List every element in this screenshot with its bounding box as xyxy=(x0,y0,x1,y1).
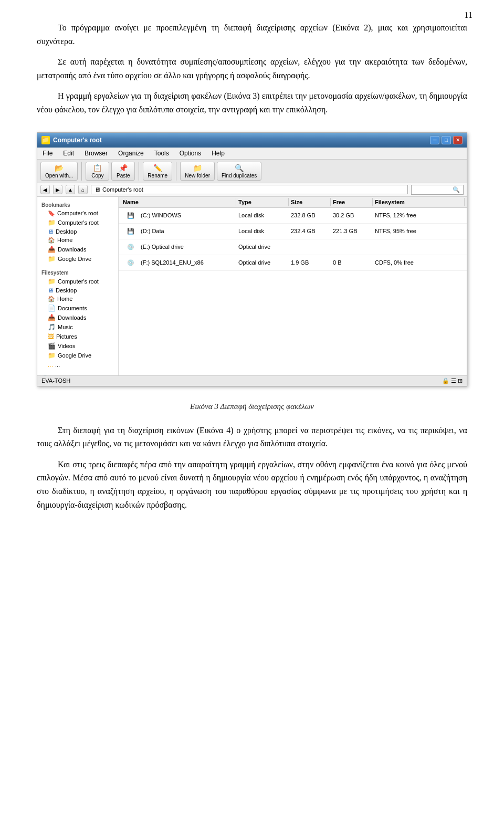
sidebar-item-desktop[interactable]: 🖥 Desktop xyxy=(37,227,118,236)
copy-button[interactable]: 📋 Copy xyxy=(86,162,109,181)
up-button[interactable]: ▲ xyxy=(66,185,75,194)
table-row[interactable]: 💿 (E:) Optical drive Optical drive xyxy=(119,239,467,255)
sidebar-item-downloads-bookmarks[interactable]: 📥 Downloads xyxy=(37,245,118,254)
sidebar-item-fs-home[interactable]: 🏠 Home xyxy=(37,295,118,303)
menubar: File Edit Browser Organize Tools Options… xyxy=(37,148,467,160)
fs-computer-root-icon: 📁 xyxy=(48,278,56,285)
menu-file[interactable]: File xyxy=(40,149,55,158)
statusbar-user: EVA-TOSH xyxy=(41,377,70,384)
sidebar-item-fs-downloads[interactable]: 📥 Downloads xyxy=(37,313,118,322)
figure-caption: Εικόνα 3 Διεπαφή διαχείρισης φακέλων xyxy=(37,402,467,411)
folder-icon: 📁 xyxy=(48,219,56,226)
toolbar-separator-1 xyxy=(81,162,82,181)
fs-downloads-icon: 📥 xyxy=(48,314,56,321)
file-manager-window: 📁 Computer's root ─ □ ✕ File Edit Browse… xyxy=(37,132,467,386)
google-drive-icon: 📁 xyxy=(48,255,56,263)
app-icon: 📁 xyxy=(41,136,50,144)
sidebar-fs-documents-label: Documents xyxy=(58,305,87,311)
sidebar-computer-root-label: Computer's root xyxy=(58,219,99,226)
close-button[interactable]: ✕ xyxy=(453,136,463,144)
menu-edit[interactable]: Edit xyxy=(61,149,76,158)
sidebar-downloads-label: Downloads xyxy=(58,246,86,253)
window-title: Computer's root xyxy=(53,137,102,144)
downloads-folder-icon: 📥 xyxy=(48,246,56,253)
sidebar-item-fs-google-drive[interactable]: 📁 Google Drive xyxy=(37,351,118,360)
col-type[interactable]: Type xyxy=(236,198,289,206)
address-box[interactable]: 🖥 Computer's root xyxy=(91,185,408,194)
rename-button[interactable]: ✏️ Rename xyxy=(143,162,172,181)
sidebar-item-fs-computer-root[interactable]: 📁 Computer's root xyxy=(37,277,118,286)
paragraph-2: Σε αυτή παρέχεται η δυνατότητα συμπίεσης… xyxy=(37,55,467,82)
home-button[interactable]: ⌂ xyxy=(78,185,88,194)
find-duplicates-button[interactable]: 🔍 Find duplicates xyxy=(217,162,261,181)
copy-label: Copy xyxy=(91,173,103,179)
open-with-button[interactable]: 📂 Open with... xyxy=(40,162,78,181)
col-free[interactable]: Free xyxy=(331,198,373,206)
menu-options[interactable]: Options xyxy=(177,149,203,158)
sidebar-item-home[interactable]: 🏠 Home xyxy=(37,236,118,245)
row-filesystem xyxy=(373,246,465,248)
sidebar-item-computer-root[interactable]: 📁 Computer's root xyxy=(37,218,118,227)
sidebar-fs-downloads-label: Downloads xyxy=(58,314,86,321)
bookmark-icon: 🔖 xyxy=(48,210,55,217)
menu-browser[interactable]: Browser xyxy=(82,149,110,158)
new-folder-label: New folder xyxy=(185,173,210,179)
toolbar-separator-3 xyxy=(176,162,176,181)
paragraph-4: Στη διεπαφή για τη διαχείριση εικόνων (Ε… xyxy=(37,424,467,450)
sidebar-item-fs-desktop[interactable]: 🖥 Desktop xyxy=(37,286,118,295)
history-icon: 🕒 xyxy=(41,375,49,375)
col-filesystem[interactable]: Filesystem xyxy=(373,198,465,206)
paste-button[interactable]: 📌 Paste xyxy=(111,162,135,181)
row-type: Optical drive xyxy=(236,258,289,267)
page-number: 11 xyxy=(465,11,472,20)
col-size[interactable]: Size xyxy=(289,198,331,206)
window-controls: ─ □ ✕ xyxy=(430,136,463,144)
new-folder-icon: 📁 xyxy=(193,164,202,172)
back-button[interactable]: ◀ xyxy=(40,185,50,194)
sidebar-item-fs-documents[interactable]: 📄 Documents xyxy=(37,303,118,313)
maximize-button[interactable]: □ xyxy=(442,136,451,144)
table-row[interactable]: 💾 (D:) Data Local disk 232.4 GB 221.3 GB… xyxy=(119,224,467,239)
breadcrumb-icon: 🖥 xyxy=(94,186,100,193)
fs-documents-icon: 📄 xyxy=(48,305,56,312)
sidebar-item-fs-videos[interactable]: 🎬 Videos xyxy=(37,341,118,351)
col-name[interactable]: Name xyxy=(121,198,236,206)
row-size: 232.8 GB xyxy=(289,211,331,219)
search-box[interactable]: 🔍 xyxy=(411,185,464,195)
sidebar-item-fs-music[interactable]: 🎵 Music xyxy=(37,322,118,332)
statusbar: EVA-TOSH 🔒 ☰ ⊞ xyxy=(37,375,467,386)
row-filesystem: CDFS, 0% free xyxy=(373,258,465,267)
menu-help[interactable]: Help xyxy=(209,149,227,158)
sidebar-item-fs-more[interactable]: ... ... xyxy=(37,360,118,370)
find-duplicates-label: Find duplicates xyxy=(222,173,257,179)
lock-icon: 🔒 xyxy=(442,377,449,384)
fs-home-icon: 🏠 xyxy=(48,296,55,302)
row-free: 30.2 GB xyxy=(331,211,373,219)
sidebar: Bookmarks 🔖 Computer's root 📁 Computer's… xyxy=(37,197,119,375)
sidebar-history-label: History xyxy=(51,375,69,375)
table-row[interactable]: 💾 (C:) WINDOWS Local disk 232.8 GB 30.2 … xyxy=(119,208,467,224)
sidebar-fs-videos-label: Videos xyxy=(58,343,75,349)
sidebar-fs-music-label: Music xyxy=(58,324,73,330)
sidebar-item-fs-pictures[interactable]: 🖼 Pictures xyxy=(37,332,118,341)
row-size: 232.4 GB xyxy=(289,227,331,235)
toolbar: 📂 Open with... 📋 Copy 📌 Paste ✏️ Rename … xyxy=(37,160,467,183)
minimize-button[interactable]: ─ xyxy=(430,136,439,144)
menu-organize[interactable]: Organize xyxy=(116,149,146,158)
sidebar-item-bookmarks[interactable]: 🔖 Computer's root xyxy=(37,209,118,218)
table-row[interactable]: 💿 (F:) SQL2014_ENU_x86 Optical drive 1.9… xyxy=(119,255,467,271)
statusbar-right: 🔒 ☰ ⊞ xyxy=(442,377,463,384)
rename-icon: ✏️ xyxy=(153,164,162,172)
sidebar-fs-pictures-label: Pictures xyxy=(56,333,77,340)
fs-desktop-icon: 🖥 xyxy=(48,287,54,293)
new-folder-button[interactable]: 📁 New folder xyxy=(180,162,215,181)
fs-google-drive-icon: 📁 xyxy=(48,352,56,359)
row-name: 💿 (E:) Optical drive xyxy=(121,240,236,254)
row-free: 221.3 GB xyxy=(331,227,373,235)
forward-button[interactable]: ▶ xyxy=(53,185,62,194)
sidebar-item-google-drive-bookmarks[interactable]: 📁 Google Drive xyxy=(37,254,118,264)
menu-tools[interactable]: Tools xyxy=(152,149,171,158)
sidebar-desktop-label: Desktop xyxy=(56,228,77,235)
sidebar-bookmarks-label: Computer's root xyxy=(57,210,98,216)
sidebar-history-section[interactable]: 🕒 History xyxy=(37,374,118,375)
